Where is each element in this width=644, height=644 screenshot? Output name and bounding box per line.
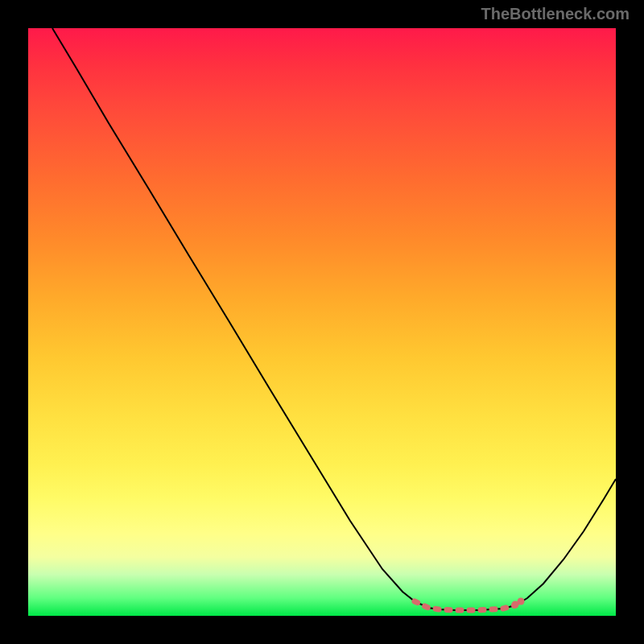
bottleneck-curve [52, 28, 616, 610]
marker-dot [518, 598, 525, 605]
watermark-text: TheBottleneck.com [481, 5, 630, 23]
plot-area [28, 28, 616, 616]
marker-dots [512, 598, 525, 609]
chart-svg [28, 28, 616, 616]
